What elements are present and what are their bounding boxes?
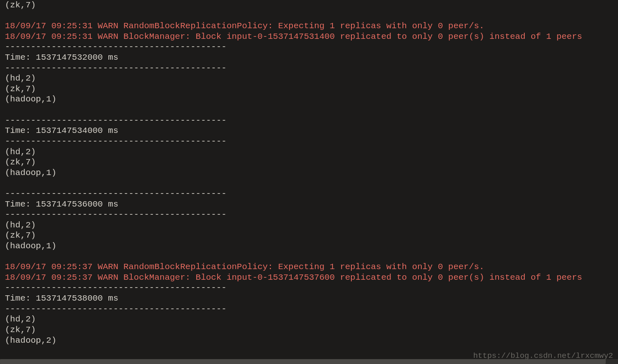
log-line: ----------------------------------------… <box>5 42 613 52</box>
log-warn-line: 18/09/17 09:25:37 WARN RandomBlockReplic… <box>5 262 613 272</box>
log-line: (hadoop,1) <box>5 94 613 105</box>
log-line: (hd,2) <box>5 220 613 231</box>
log-line: ----------------------------------------… <box>5 209 613 220</box>
log-line: (zk,7) <box>5 230 613 241</box>
log-warn-line: 18/09/17 09:25:37 WARN BlockManager: Blo… <box>5 272 613 283</box>
log-line: (hd,2) <box>5 73 613 84</box>
terminal-output: (zk,7) 18/09/17 09:25:31 WARN RandomBloc… <box>5 0 613 346</box>
log-line: ----------------------------------------… <box>5 189 613 199</box>
log-line <box>5 252 613 262</box>
log-line <box>5 11 613 21</box>
log-line: ----------------------------------------… <box>5 63 613 74</box>
log-line: Time: 1537147536000 ms <box>5 199 613 210</box>
log-line: (hd,2) <box>5 314 613 325</box>
log-line: Time: 1537147534000 ms <box>5 126 613 136</box>
log-line: (zk,7) <box>5 157 613 168</box>
log-line: ----------------------------------------… <box>5 136 613 147</box>
log-warn-line: 18/09/17 09:25:31 WARN RandomBlockReplic… <box>5 21 613 31</box>
log-line: (hadoop,1) <box>5 168 613 178</box>
log-warn-line: 18/09/17 09:25:31 WARN BlockManager: Blo… <box>5 31 613 42</box>
log-line: ----------------------------------------… <box>5 283 613 293</box>
log-line: Time: 1537147538000 ms <box>5 293 613 304</box>
log-line: (hadoop,2) <box>5 335 613 346</box>
log-line: (zk,7) <box>5 325 613 335</box>
log-line: ----------------------------------------… <box>5 304 613 315</box>
log-line: (zk,7) <box>5 84 613 94</box>
horizontal-scrollbar-track[interactable] <box>0 359 618 364</box>
log-line: (hadoop,1) <box>5 241 613 252</box>
log-line: ----------------------------------------… <box>5 115 613 126</box>
log-line <box>5 178 613 189</box>
log-line: (hd,2) <box>5 147 613 157</box>
log-line <box>5 105 613 115</box>
log-line: (zk,7) <box>5 0 613 11</box>
horizontal-scrollbar-thumb[interactable] <box>0 359 606 364</box>
log-line: Time: 1537147532000 ms <box>5 52 613 63</box>
